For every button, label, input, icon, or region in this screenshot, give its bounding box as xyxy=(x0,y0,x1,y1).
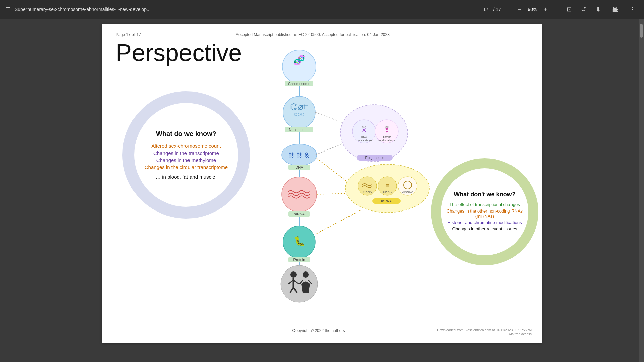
left-item-1: Altered sex-chromosome count xyxy=(145,143,228,149)
svg-line-48 xyxy=(317,193,347,194)
fit-page-button[interactable]: ⊡ xyxy=(564,4,574,14)
scrollbar-thumb[interactable] xyxy=(640,24,643,38)
svg-text:mRNA: mRNA xyxy=(294,212,305,216)
page-separator: / 17 xyxy=(493,7,501,12)
zoom-input[interactable] xyxy=(526,7,539,12)
svg-text:circRNA: circRNA xyxy=(402,190,413,193)
svg-line-33 xyxy=(315,143,344,155)
downloaded-note: Downloaded from Bioscientifica.com at 01… xyxy=(437,328,532,336)
svg-point-22 xyxy=(290,272,297,278)
left-item-5: … in blood, fat and muscle! xyxy=(145,174,228,180)
more-options-button[interactable]: ⋮ xyxy=(627,4,639,15)
left-item-2: Changes in the transcriptome xyxy=(145,150,228,156)
zoom-in-button[interactable]: + xyxy=(541,5,550,14)
svg-text:siRNA: siRNA xyxy=(383,190,392,193)
download-button[interactable]: ⬇ xyxy=(593,4,604,15)
svg-text:❢: ❢ xyxy=(384,127,389,134)
svg-text:Protein: Protein xyxy=(293,258,305,262)
svg-text:✕: ✕ xyxy=(362,127,367,134)
svg-text:DNA: DNA xyxy=(295,165,303,169)
accepted-label: Accepted Manuscript published as EC-22-0… xyxy=(236,32,390,37)
scrollbar[interactable] xyxy=(639,19,644,362)
pdf-page: Page 17 of 17 Accepted Manuscript publis… xyxy=(102,24,542,343)
svg-line-47 xyxy=(317,158,347,182)
downloaded-line1: Downloaded from Bioscientifica.com at 01… xyxy=(437,328,532,332)
left-item-4: Changes in the circular transcriptome xyxy=(145,164,228,170)
divider2 xyxy=(557,5,557,13)
svg-text:ncRNA: ncRNA xyxy=(381,199,392,203)
divider1 xyxy=(508,5,508,13)
toolbar: ☰ Supernumerary-sex-chromosome-abnormali… xyxy=(0,0,644,19)
left-knowledge-circle: What do we know? Altered sex-chromosome … xyxy=(122,91,250,219)
page-meta: Page 17 of 17 Accepted Manuscript publis… xyxy=(116,32,528,37)
svg-text:🧬: 🧬 xyxy=(293,55,305,66)
svg-text:Histone: Histone xyxy=(382,135,392,139)
menu-icon[interactable]: ☰ xyxy=(5,6,11,13)
svg-text:Epigenetics: Epigenetics xyxy=(365,156,384,160)
left-item-3: Changes in the methylome xyxy=(145,157,228,163)
svg-text:modifications: modifications xyxy=(356,139,372,142)
page-navigation: / 17 xyxy=(481,7,501,12)
page-number-label: Page 17 of 17 xyxy=(116,32,141,37)
svg-text:modifications: modifications xyxy=(378,139,395,142)
left-circle-content: What do we know? Altered sex-chromosome … xyxy=(138,123,234,186)
filename-label: Supernumerary-sex-chromosome-abnormaliti… xyxy=(15,7,477,12)
svg-text:DNA: DNA xyxy=(361,135,367,139)
svg-point-21 xyxy=(281,265,318,302)
zoom-out-button[interactable]: − xyxy=(515,5,524,14)
svg-text:⌬⌀⌗: ⌬⌀⌗ xyxy=(290,102,308,112)
center-diagram-svg: 🧬 Chromosome ⌬⌀⌗ ⬡⬡⬡ Nucleosome ⛓ ⛓ ⛓ DN… xyxy=(267,49,475,304)
svg-text:≡: ≡ xyxy=(386,182,389,189)
pdf-page-wrapper: Page 17 of 17 Accepted Manuscript publis… xyxy=(0,19,644,362)
copyright-label: Copyright © 2022 the authors xyxy=(277,328,361,333)
svg-line-32 xyxy=(315,112,344,123)
svg-text:Nucleosome: Nucleosome xyxy=(289,128,309,132)
toolbar-right-actions: ⬇ 🖶 ⋮ xyxy=(593,4,639,15)
left-circle-title: What do we know? xyxy=(145,130,228,138)
svg-text:🐛: 🐛 xyxy=(293,236,305,247)
svg-point-28 xyxy=(303,272,309,278)
svg-text:⛓ ⛓ ⛓: ⛓ ⛓ ⛓ xyxy=(288,152,310,159)
svg-line-60 xyxy=(317,210,361,234)
zoom-controls: − + xyxy=(515,5,550,14)
main-area: Page 17 of 17 Accepted Manuscript publis… xyxy=(0,19,644,362)
svg-text:mRNA: mRNA xyxy=(363,190,372,193)
print-button[interactable]: 🖶 xyxy=(609,4,621,15)
downloaded-line2: via free access xyxy=(509,332,532,336)
svg-text:Chromosome: Chromosome xyxy=(288,82,310,86)
page-input[interactable] xyxy=(481,7,491,12)
rotate-button[interactable]: ↺ xyxy=(578,4,589,14)
svg-text:⬡⬡⬡: ⬡⬡⬡ xyxy=(294,112,304,116)
